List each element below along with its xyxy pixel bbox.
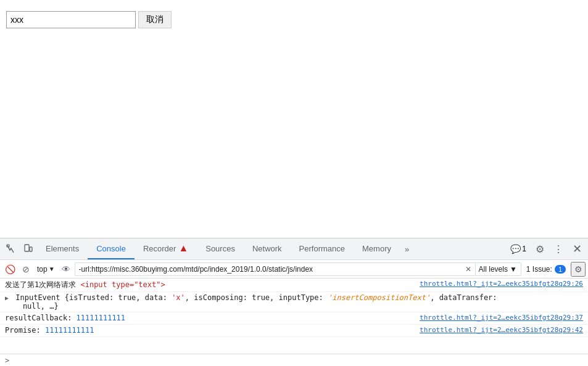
filter-clear-icon[interactable]: ✕ — [463, 264, 473, 274]
devtools-panel: Elements Console Recorder ▲ Sources Netw… — [0, 238, 588, 366]
console-input-row: > — [0, 354, 588, 366]
context-arrow-icon: ▼ — [49, 266, 55, 272]
filter-url-input[interactable] — [75, 262, 476, 276]
messages-count[interactable]: 💬 1 — [507, 244, 530, 254]
console-line: resultCallback: 11111111111 throttle.htm… — [0, 312, 588, 325]
log-level-arrow-icon: ▼ — [510, 265, 517, 274]
settings-icon-button[interactable]: ⚙ — [531, 240, 549, 258]
more-tabs-button[interactable]: » — [400, 238, 414, 259]
tab-console[interactable]: Console — [88, 238, 135, 259]
filter-url-wrapper: ✕ — [75, 262, 473, 276]
source-link[interactable]: throttle.html?_ijt=2…eekc35ibfgt28q29:42 — [420, 326, 583, 334]
eye-icon[interactable]: 👁 — [59, 262, 73, 277]
devtools-right-icons: 💬 1 ⚙ ⋮ ✕ — [507, 240, 586, 258]
tab-elements[interactable]: Elements — [37, 238, 88, 259]
svg-rect-1 — [25, 245, 29, 251]
devtools-toolbar: Elements Console Recorder ▲ Sources Netw… — [0, 238, 588, 260]
close-devtools-button[interactable]: ✕ — [568, 240, 586, 258]
toggle-device-icon[interactable] — [20, 240, 37, 258]
console-line: ▶ InputEvent {isTrusted: true, data: 'x'… — [0, 292, 588, 312]
inspect-element-icon[interactable] — [2, 240, 20, 258]
console-settings-icon[interactable]: ⚙ — [571, 262, 586, 277]
source-link[interactable]: throttle.html?_ijt=2…eekc35ibfgt28q29:37 — [420, 314, 583, 322]
log-level-dropdown[interactable]: All levels ▼ — [474, 262, 521, 276]
console-line: Promise: 11111111111 throttle.html?_ijt=… — [0, 325, 588, 337]
search-row: 取消 — [6, 11, 582, 28]
page-area: 取消 — [0, 0, 588, 238]
recorder-dot-icon: ▲ — [178, 243, 188, 254]
context-selector[interactable]: top ▼ — [35, 265, 57, 274]
console-prompt-icon: > — [5, 356, 9, 365]
console-output: 发送了第1次网络请求 <input type="text"> throttle.… — [0, 279, 588, 354]
expand-arrow-icon[interactable]: ▶ — [5, 295, 9, 301]
clear-console-icon[interactable]: 🚫 — [2, 262, 17, 277]
tab-sources[interactable]: Sources — [197, 238, 244, 259]
filter-toggle-icon[interactable]: ⊘ — [19, 262, 33, 277]
tab-memory[interactable]: Memory — [354, 238, 400, 259]
cancel-button[interactable]: 取消 — [138, 11, 172, 28]
search-input[interactable] — [6, 11, 136, 28]
tab-network[interactable]: Network — [244, 238, 291, 259]
tab-performance[interactable]: Performance — [291, 238, 354, 259]
tab-recorder[interactable]: Recorder ▲ — [135, 238, 197, 259]
console-input[interactable] — [13, 356, 583, 365]
svg-rect-2 — [30, 247, 32, 251]
message-icon: 💬 — [510, 244, 521, 254]
source-link[interactable]: throttle.html?_ijt=2…eekc35ibfgt28q29:26 — [420, 280, 583, 288]
issues-counter[interactable]: 1 Issue: 1 — [523, 262, 569, 276]
console-line: 发送了第1次网络请求 <input type="text"> throttle.… — [0, 279, 588, 292]
more-options-icon[interactable]: ⋮ — [550, 240, 567, 258]
devtools-tabs: Elements Console Recorder ▲ Sources Netw… — [37, 238, 507, 259]
console-filter-bar: 🚫 ⊘ top ▼ 👁 ✕ All levels ▼ 1 Issue: 1 ⚙ — [0, 260, 588, 279]
